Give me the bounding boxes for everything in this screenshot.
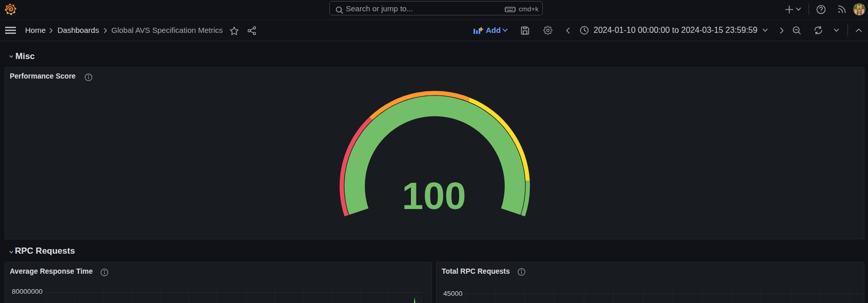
svg-text:100: 100 bbox=[402, 174, 466, 217]
